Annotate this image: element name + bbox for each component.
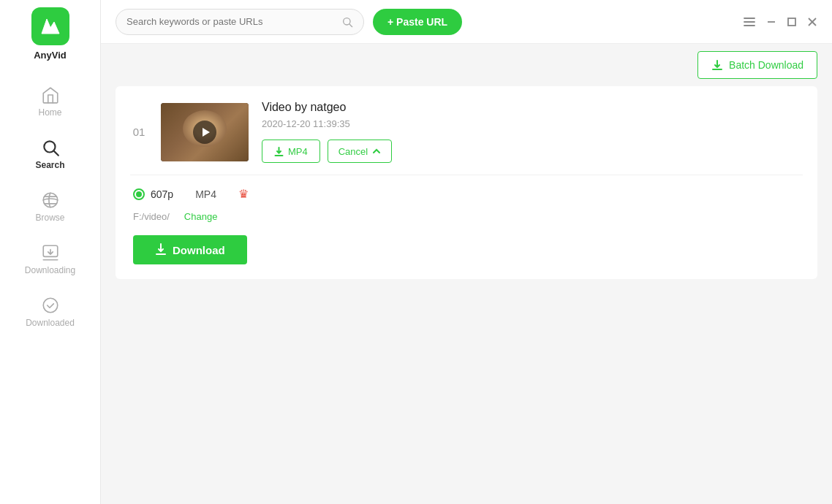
paste-url-button[interactable]: + Paste URL <box>373 9 462 35</box>
video-thumbnail <box>161 103 249 161</box>
mp4-download-icon <box>274 147 284 156</box>
path-row: F:/video/ Change <box>130 211 803 222</box>
svg-point-4 <box>43 298 58 313</box>
batch-download-icon <box>711 59 723 71</box>
divider <box>130 175 803 175</box>
video-actions: MP4 Cancel <box>262 140 803 163</box>
menu-icon[interactable] <box>743 15 756 28</box>
mp4-button[interactable]: MP4 <box>262 140 320 163</box>
main-area: + Paste URL Batch Download <box>101 0 832 504</box>
video-title: Video by natgeo <box>262 101 803 114</box>
format-label: MP4 <box>195 188 216 200</box>
video-info: Video by natgeo 2020-12-20 11:39:35 MP4 … <box>262 101 803 163</box>
options-row: 607p MP4 ♛ <box>130 187 803 201</box>
app-logo-icon <box>31 7 69 45</box>
download-icon <box>155 243 167 257</box>
content-area: 01 Video by natgeo 2020-12-20 11:39:35 M… <box>101 86 832 504</box>
sidebar-item-search[interactable]: Search <box>0 128 100 180</box>
cancel-label: Cancel <box>339 146 368 157</box>
resolution-label: 607p <box>151 188 173 200</box>
sidebar-item-browse[interactable]: Browse <box>0 180 100 233</box>
sidebar-item-home-label: Home <box>38 107 61 118</box>
sidebar-item-home[interactable]: Home <box>0 75 100 128</box>
maximize-icon[interactable] <box>787 17 797 27</box>
app-name: AnyVid <box>34 50 67 61</box>
logo-area: AnyVid <box>31 7 69 61</box>
top-bar: Batch Download <box>101 44 832 86</box>
sidebar-item-browse-label: Browse <box>35 213 64 223</box>
video-row: 01 Video by natgeo 2020-12-20 11:39:35 M… <box>130 101 803 163</box>
save-path: F:/video/ <box>133 211 170 222</box>
chevron-up-icon <box>372 147 381 156</box>
svg-line-1 <box>53 151 58 156</box>
close-icon[interactable] <box>807 17 817 27</box>
svg-line-6 <box>349 24 352 27</box>
svg-rect-11 <box>788 18 795 26</box>
crown-icon: ♛ <box>238 187 249 201</box>
window-controls <box>743 15 817 28</box>
search-input[interactable] <box>126 16 336 27</box>
sidebar-item-search-label: Search <box>35 160 64 170</box>
header: + Paste URL <box>101 0 832 44</box>
resolution-radio[interactable] <box>133 188 145 200</box>
cancel-button[interactable]: Cancel <box>328 140 392 163</box>
resolution-select[interactable]: 607p <box>133 188 173 200</box>
download-label: Download <box>173 244 225 256</box>
sidebar: AnyVid Home Search Browse Downloading <box>0 0 101 504</box>
download-button[interactable]: Download <box>133 235 247 264</box>
search-bar[interactable] <box>116 9 364 35</box>
video-card: 01 Video by natgeo 2020-12-20 11:39:35 M… <box>116 86 817 279</box>
batch-download-button[interactable]: Batch Download <box>697 51 817 79</box>
play-button[interactable] <box>193 121 216 144</box>
svg-point-2 <box>43 193 58 207</box>
sidebar-item-downloaded[interactable]: Downloaded <box>0 286 100 338</box>
change-link[interactable]: Change <box>184 211 218 222</box>
video-number: 01 <box>130 126 148 138</box>
sidebar-item-downloading[interactable]: Downloading <box>0 233 100 286</box>
minimize-icon[interactable] <box>766 17 776 27</box>
sidebar-item-downloaded-label: Downloaded <box>26 318 75 328</box>
video-date: 2020-12-20 11:39:35 <box>262 118 803 129</box>
sidebar-item-downloading-label: Downloading <box>25 265 75 275</box>
batch-download-label: Batch Download <box>729 59 803 71</box>
mp4-label: MP4 <box>288 146 308 157</box>
search-icon <box>341 16 353 28</box>
